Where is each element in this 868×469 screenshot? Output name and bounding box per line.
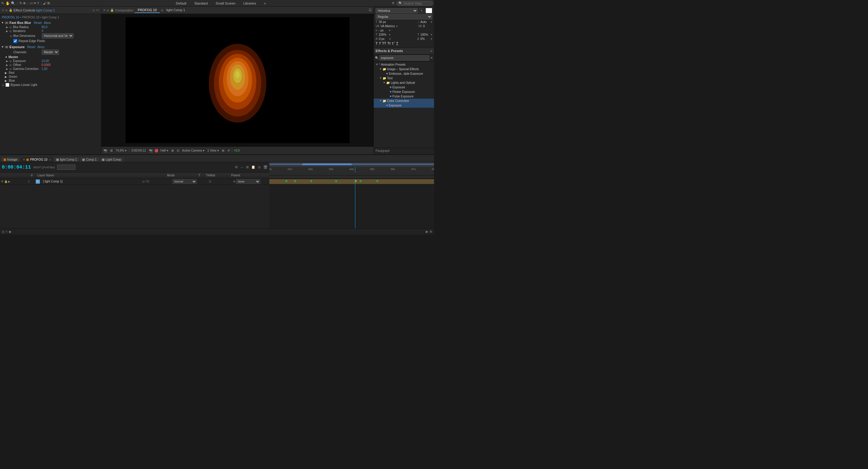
- zoom-tool-icon[interactable]: 🔍: [11, 1, 16, 5]
- layer-parent-select[interactable]: None: [236, 179, 260, 184]
- gamma-value[interactable]: 1,00: [41, 67, 47, 70]
- viewer-toggle2-btn[interactable]: ⊡: [176, 149, 180, 153]
- hand-tool-icon[interactable]: ✋: [5, 1, 10, 5]
- layer-solo-btn[interactable]: ◎: [142, 180, 145, 183]
- lights-optical-folder[interactable]: ▼ 📁 Lights and Optical: [374, 81, 434, 85]
- timeline-ctrl-4[interactable]: 📋: [251, 165, 255, 169]
- font-size-value[interactable]: 36 px: [379, 20, 388, 24]
- footer-motion-sketch-btn[interactable]: ◎: [2, 230, 4, 233]
- green-channel[interactable]: ▶ Green: [0, 75, 101, 79]
- viewer-quality-btn[interactable]: Half ▾: [159, 149, 169, 153]
- layer-lock-btn[interactable]: 🔒: [4, 180, 7, 183]
- timeline-ctrl-1[interactable]: ⚙: [235, 165, 238, 169]
- workspace-libraries[interactable]: Libraries: [242, 1, 257, 6]
- workspace-small-screen[interactable]: Small Screen: [215, 1, 237, 6]
- select-tool-icon[interactable]: ↖: [1, 1, 4, 5]
- comp-tab-profog10[interactable]: PROFOG 10: [135, 7, 160, 13]
- viewer-views-btn[interactable]: 1 View ▾: [207, 149, 220, 153]
- style-select[interactable]: Regular: [376, 14, 432, 19]
- breadcrumb-profog[interactable]: PROFOG 10: [2, 16, 19, 19]
- typo-smallcaps-btn[interactable]: Tt: [388, 41, 391, 45]
- viewer-toggle1-btn[interactable]: ⊞: [170, 149, 175, 153]
- panel-expand-icon[interactable]: >>: [96, 8, 99, 12]
- exposure-preset[interactable]: ■ Exposure: [374, 85, 434, 90]
- image-special-effects-folder[interactable]: ▼ 📁 Image – Special Effects: [374, 67, 434, 71]
- tab-light-comp1[interactable]: light Comp 1: [54, 157, 79, 162]
- typo-italic-btn[interactable]: T: [379, 41, 381, 45]
- workspace-default[interactable]: Default: [175, 1, 188, 6]
- typo-underline-btn[interactable]: T: [396, 41, 398, 45]
- size-pct-1[interactable]: 100%: [379, 33, 388, 36]
- comp-close-x[interactable]: ✕: [103, 8, 105, 12]
- channels-select[interactable]: Master: [42, 50, 59, 55]
- viewer-camera-snap-btn[interactable]: 📷: [148, 149, 153, 153]
- brush-tool-icon[interactable]: 🖌: [43, 1, 46, 5]
- timeline-ctrl-6[interactable]: 🎬: [263, 165, 268, 169]
- fast-box-blur-reset[interactable]: Reset: [34, 21, 42, 25]
- iterations-value[interactable]: 3: [41, 29, 43, 33]
- anchor-tool-icon[interactable]: ⊕: [23, 1, 26, 5]
- panel-menu-icon[interactable]: ≡: [93, 8, 94, 12]
- pen-tool-icon[interactable]: ✒: [34, 1, 36, 5]
- tab-light-comp[interactable]: Light Comp: [100, 157, 123, 162]
- red-channel[interactable]: ▶ Red: [0, 71, 101, 75]
- viewer-time-btn[interactable]: 0:00:04:11: [131, 149, 147, 153]
- layer-expand-btn[interactable]: ▶: [8, 180, 10, 183]
- viewer-camera-btn[interactable]: Active Camera ▾: [181, 149, 205, 153]
- exposure-value[interactable]: 10,00: [41, 59, 49, 63]
- timeline-search-input[interactable]: [57, 165, 75, 170]
- layer-mode-select[interactable]: Normal: [173, 179, 197, 184]
- fast-box-blur-header[interactable]: ▼ fx Fast Box Blur Reset Abou: [0, 20, 101, 25]
- color-swatch[interactable]: [426, 8, 432, 13]
- stamp-tool-icon[interactable]: ⊞: [47, 1, 50, 5]
- blur-dimensions-select[interactable]: Horizontal and Ve: [42, 33, 73, 38]
- typo-allcaps-btn[interactable]: TT: [382, 41, 386, 45]
- effects-search-clear-btn[interactable]: ✕: [430, 56, 433, 60]
- effects-presets-menu-btn[interactable]: ≡: [430, 49, 432, 53]
- viewer-reset-btn[interactable]: ↺: [226, 149, 230, 153]
- blur-radius-value[interactable]: 90,0: [41, 25, 47, 29]
- color-correction-exposure-preset[interactable]: ■ Exposure: [374, 103, 434, 108]
- viewer-snapshot-btn[interactable]: 📷: [102, 149, 108, 153]
- timeline-ctrl-3[interactable]: ⊞: [246, 165, 249, 169]
- comp-tab-lightcomp1[interactable]: light Comp 1: [163, 7, 188, 13]
- rotation-tool-icon[interactable]: ↻: [19, 1, 22, 5]
- viewer-zoom-btn[interactable]: 74,6% ▾: [115, 149, 127, 153]
- viewer-expand-btn[interactable]: ⊞: [221, 149, 225, 153]
- timecode-display[interactable]: 0:00:04:11: [2, 165, 31, 170]
- workspace-standard[interactable]: Standard: [193, 1, 209, 6]
- master-section-header[interactable]: ▼ Master: [0, 55, 101, 59]
- comp-settings-icon[interactable]: ☰: [369, 8, 372, 12]
- exposure-header[interactable]: ▼ fx Exposure Reset Abou: [0, 44, 101, 49]
- font-select[interactable]: Helvetica: [376, 8, 417, 13]
- timeline-ctrl-5[interactable]: ◎: [258, 165, 261, 169]
- typo-bold-btn[interactable]: T: [376, 41, 378, 45]
- footer-preview-btn[interactable]: ▶: [426, 230, 428, 233]
- tab-profog10-close[interactable]: ✕: [23, 158, 25, 161]
- repeat-edge-checkbox[interactable]: [13, 39, 17, 43]
- size-pct-2[interactable]: 100%: [421, 33, 430, 36]
- pulse-exposure-preset[interactable]: ■ Pulse Exposure: [374, 94, 434, 99]
- offset-value[interactable]: 0,0000: [41, 63, 51, 67]
- footer-settings-btn[interactable]: ⚙: [430, 230, 432, 233]
- fast-box-blur-about[interactable]: Abou: [44, 21, 51, 25]
- timeline-ctrl-2[interactable]: ↔: [240, 165, 244, 169]
- animation-presets-root[interactable]: ▼ * Animation Presets: [374, 62, 434, 67]
- footer-add-keyframe-btn[interactable]: ◆: [9, 230, 11, 233]
- text-folder[interactable]: ▼ 📁 Text: [374, 76, 434, 81]
- metrics-value[interactable]: 0: [423, 25, 432, 28]
- bypass-checkbox[interactable]: [5, 83, 9, 87]
- text-tool-icon[interactable]: T: [37, 1, 39, 5]
- effects-search-input[interactable]: [379, 55, 429, 61]
- typo-super-btn[interactable]: T⁺: [392, 41, 395, 45]
- tab-profog10[interactable]: ✕ PROFOG 10 ≡: [20, 157, 53, 162]
- tab-footage[interactable]: footage: [1, 157, 20, 162]
- flicker-exposure-preset[interactable]: ■ Flicker Exposure: [374, 90, 434, 94]
- workspace-more[interactable]: »: [263, 1, 267, 6]
- viewer-grid-btn[interactable]: ⊞: [109, 149, 114, 153]
- exposure-reset[interactable]: Reset: [27, 45, 35, 49]
- font-edit-btn[interactable]: ✎: [419, 8, 424, 13]
- blue-channel[interactable]: ▶ Blue: [0, 79, 101, 83]
- footer-wiggle-btn[interactable]: ≈: [6, 230, 7, 233]
- tab-comp1[interactable]: Comp 1: [80, 157, 99, 162]
